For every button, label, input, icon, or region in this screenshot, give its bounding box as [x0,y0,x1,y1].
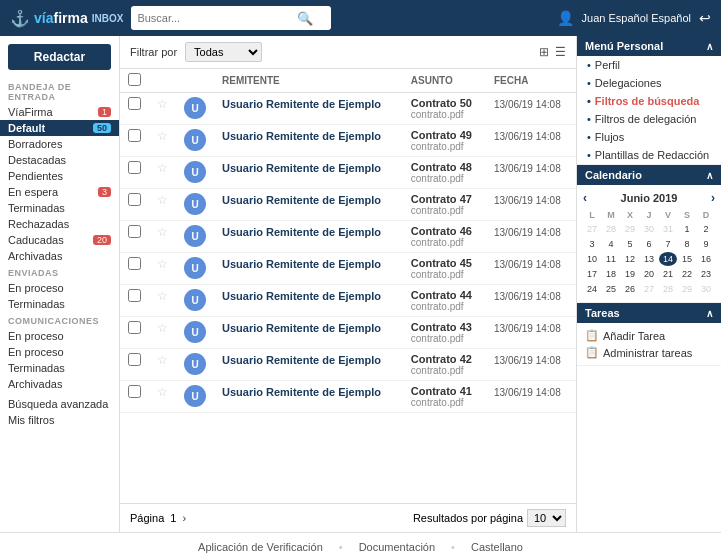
star-icon[interactable]: ☆ [157,193,168,207]
sidebar-item[interactable]: Archivadas [0,376,119,392]
row-star[interactable]: ☆ [149,317,176,349]
sidebar-item[interactable]: En espera3 [0,184,119,200]
row-check[interactable] [128,161,141,174]
personal-menu-item[interactable]: •Filtros de búsqueda [577,92,721,110]
cal-day[interactable]: 8 [678,237,696,251]
footer-verification[interactable]: Aplicación de Verificación [198,541,323,553]
sidebar-item[interactable]: En proceso [0,344,119,360]
row-star[interactable]: ☆ [149,157,176,189]
personal-menu-chevron[interactable]: ∧ [706,41,713,52]
sidebar-item[interactable]: Default50 [0,120,119,136]
row-star[interactable]: ☆ [149,253,176,285]
star-icon[interactable]: ☆ [157,97,168,111]
sidebar-item[interactable]: Terminadas [0,296,119,312]
star-icon[interactable]: ☆ [157,289,168,303]
list-icon[interactable]: ☰ [555,45,566,59]
personal-menu-item[interactable]: •Filtros de delegación [577,110,721,128]
cal-day[interactable]: 2 [697,222,715,236]
sidebar-item[interactable]: Rechazadas [0,216,119,232]
sidebar-item[interactable]: Borradores [0,136,119,152]
cal-day[interactable]: 27 [640,282,658,296]
cal-day[interactable]: 16 [697,252,715,266]
redactar-button[interactable]: Redactar [8,44,111,70]
cal-day[interactable]: 15 [678,252,696,266]
cal-day[interactable]: 31 [659,222,677,236]
cal-next-button[interactable]: › [711,191,715,205]
row-star[interactable]: ☆ [149,189,176,221]
cal-prev-button[interactable]: ‹ [583,191,587,205]
star-icon[interactable]: ☆ [157,385,168,399]
cal-day[interactable]: 20 [640,267,658,281]
personal-menu-item[interactable]: •Plantillas de Redacción [577,146,721,164]
sidebar-item[interactable]: VíaFirma1 [0,104,119,120]
add-task-item[interactable]: 📋 Añadir Tarea [585,327,713,344]
cal-day[interactable]: 4 [602,237,620,251]
cal-day[interactable]: 10 [583,252,601,266]
cal-day[interactable]: 7 [659,237,677,251]
row-checkbox[interactable] [120,221,149,253]
row-star[interactable]: ☆ [149,381,176,413]
table-row[interactable]: ☆ U Usuario Remitente de Ejemplo Contrat… [120,285,576,317]
calendar-chevron[interactable]: ∧ [706,170,713,181]
search-input[interactable] [137,12,297,24]
star-icon[interactable]: ☆ [157,321,168,335]
row-checkbox[interactable] [120,189,149,221]
row-checkbox[interactable] [120,349,149,381]
cal-day[interactable]: 1 [678,222,696,236]
cal-day[interactable]: 6 [640,237,658,251]
footer-language[interactable]: Castellano [471,541,523,553]
row-star[interactable]: ☆ [149,125,176,157]
table-row[interactable]: ☆ U Usuario Remitente de Ejemplo Contrat… [120,221,576,253]
search-bar[interactable]: 🔍 [131,6,331,30]
table-row[interactable]: ☆ U Usuario Remitente de Ejemplo Contrat… [120,93,576,125]
cal-day[interactable]: 25 [602,282,620,296]
cal-day[interactable]: 30 [697,282,715,296]
sidebar-item[interactable]: Archivadas [0,248,119,264]
row-check[interactable] [128,289,141,302]
row-star[interactable]: ☆ [149,93,176,125]
table-row[interactable]: ☆ U Usuario Remitente de Ejemplo Contrat… [120,157,576,189]
sidebar-item[interactable]: En proceso [0,280,119,296]
cal-day[interactable]: 30 [640,222,658,236]
star-icon[interactable]: ☆ [157,129,168,143]
row-check[interactable] [128,129,141,142]
cal-day[interactable]: 12 [621,252,639,266]
cal-day[interactable]: 18 [602,267,620,281]
sidebar-item[interactable]: Pendientes [0,168,119,184]
cal-day[interactable]: 13 [640,252,658,266]
search-icon[interactable]: 🔍 [297,11,313,26]
personal-menu-item[interactable]: •Perfil [577,56,721,74]
table-row[interactable]: ☆ U Usuario Remitente de Ejemplo Contrat… [120,125,576,157]
cal-day[interactable]: 28 [602,222,620,236]
cal-day[interactable]: 28 [659,282,677,296]
cal-day[interactable]: 3 [583,237,601,251]
cal-day[interactable]: 17 [583,267,601,281]
grid-icon[interactable]: ⊞ [539,45,549,59]
row-checkbox[interactable] [120,285,149,317]
cal-day[interactable]: 26 [621,282,639,296]
sidebar-item[interactable]: En proceso [0,328,119,344]
sidebar-item-misfiltros[interactable]: Mis filtros [0,412,119,428]
tasks-chevron[interactable]: ∧ [706,308,713,319]
cal-day[interactable]: 9 [697,237,715,251]
cal-day[interactable]: 29 [621,222,639,236]
cal-day[interactable]: 5 [621,237,639,251]
next-page-button[interactable]: › [182,512,186,524]
cal-day[interactable]: 21 [659,267,677,281]
cal-day[interactable]: 29 [678,282,696,296]
sidebar-item[interactable]: Terminadas [0,360,119,376]
row-star[interactable]: ☆ [149,221,176,253]
table-row[interactable]: ☆ U Usuario Remitente de Ejemplo Contrat… [120,381,576,413]
row-checkbox[interactable] [120,381,149,413]
row-checkbox[interactable] [120,93,149,125]
cal-day[interactable]: 27 [583,222,601,236]
star-icon[interactable]: ☆ [157,161,168,175]
row-checkbox[interactable] [120,253,149,285]
row-star[interactable]: ☆ [149,349,176,381]
row-checkbox[interactable] [120,157,149,189]
row-check[interactable] [128,353,141,366]
cal-day[interactable]: 22 [678,267,696,281]
sidebar-item-busqueda[interactable]: Búsqueda avanzada [0,396,119,412]
table-row[interactable]: ☆ U Usuario Remitente de Ejemplo Contrat… [120,253,576,285]
row-star[interactable]: ☆ [149,285,176,317]
